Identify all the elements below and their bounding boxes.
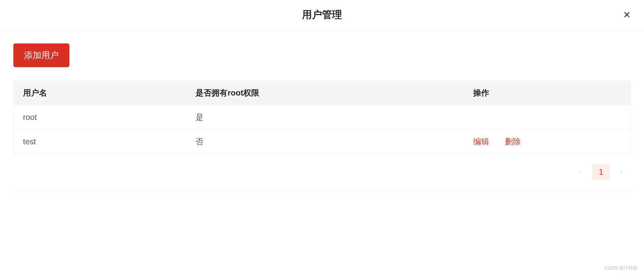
add-user-button[interactable]: 添加用户 [13,43,69,67]
cell-actions: 编辑 删除 [464,130,630,154]
cell-has-root: 是 [186,105,464,130]
pagination-prev-icon[interactable] [574,166,587,179]
delete-button[interactable]: 删除 [505,137,521,146]
cell-username: root [14,105,187,130]
user-management-modal: 用户管理 ✕ 添加用户 用户名 是否拥有root权限 操作 root 是 tes… [0,0,644,204]
cell-actions [464,105,630,130]
cell-username: test [14,130,187,154]
edit-button[interactable]: 编辑 [473,137,489,146]
pagination-page-1[interactable]: 1 [592,164,610,180]
table-row: root 是 [14,105,631,130]
column-header-username: 用户名 [14,81,187,105]
modal-header: 用户管理 ✕ [0,0,644,30]
table-header-row: 用户名 是否拥有root权限 操作 [14,81,631,105]
pagination-next-icon[interactable] [615,166,628,179]
column-header-action: 操作 [464,81,630,105]
user-table: 用户名 是否拥有root权限 操作 root 是 test 否 编辑 删除 [13,81,631,154]
column-header-root: 是否拥有root权限 [186,81,464,105]
modal-body: 添加用户 用户名 是否拥有root权限 操作 root 是 test 否 [0,30,644,204]
cell-has-root: 否 [186,130,464,154]
divider [13,190,631,190]
pagination: 1 [13,164,631,180]
close-icon[interactable]: ✕ [623,10,631,20]
table-row: test 否 编辑 删除 [14,130,631,154]
modal-title: 用户管理 [13,8,631,22]
